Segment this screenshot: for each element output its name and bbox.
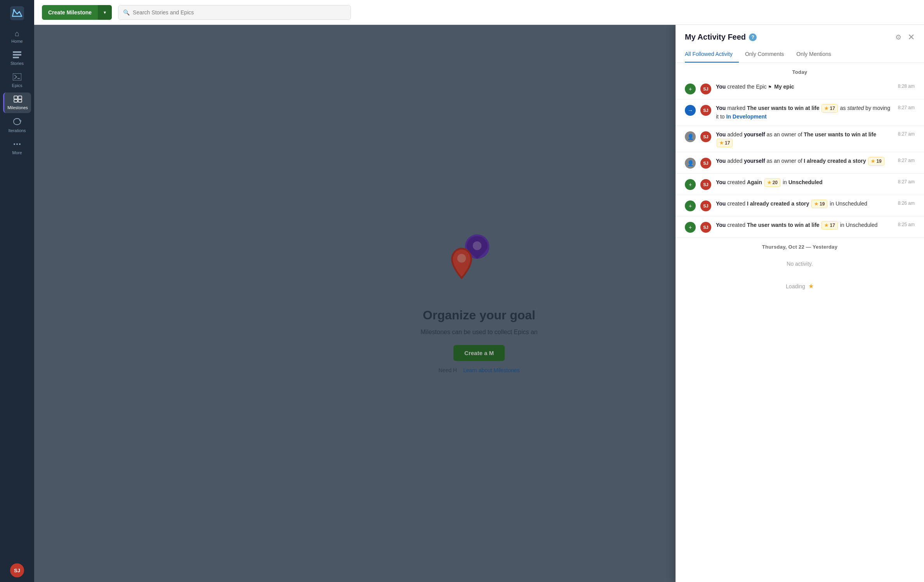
sidebar-item-label: Epics xyxy=(12,83,23,88)
sidebar-item-milestones[interactable]: Milestones xyxy=(3,92,31,113)
milestones-icon xyxy=(14,96,22,104)
story-badge: ★ 19 xyxy=(868,157,884,166)
story-badge: ★ 20 xyxy=(764,178,780,187)
activity-location: Unscheduled xyxy=(835,200,867,207)
activity-content: You added yourself as an owner of The us… xyxy=(716,131,893,147)
activity-content: You created the Epic ⚑ My epic xyxy=(716,83,893,91)
create-milestone-dropdown[interactable]: ▾ xyxy=(98,5,112,20)
tab-only-mentions[interactable]: Only Mentions xyxy=(790,48,837,63)
tab-only-comments[interactable]: Only Comments xyxy=(739,48,790,63)
loading-label: Loading xyxy=(786,283,805,289)
activity-you: You xyxy=(716,131,726,138)
activity-time: 8:27 am xyxy=(898,131,915,137)
activity-time: 8:27 am xyxy=(898,105,915,110)
gear-icon[interactable]: ⚙ xyxy=(895,33,901,42)
arrow-icon: → xyxy=(685,105,696,116)
sidebar-item-label: Milestones xyxy=(7,105,28,110)
activity-content: You added yourself as an owner of I alre… xyxy=(716,157,893,166)
svg-rect-8 xyxy=(18,96,22,99)
yesterday-header: Thursday, Oct 22 — Yesterday xyxy=(676,238,924,253)
activity-you: You xyxy=(716,158,726,164)
activity-content: You created I already created a story ★ … xyxy=(716,200,893,208)
avatar: SJ xyxy=(700,105,711,116)
activity-item: → SJ You marked The user wants to win at… xyxy=(676,99,924,126)
help-icon[interactable]: ? xyxy=(749,33,757,41)
activity-you: You xyxy=(716,200,726,207)
sidebar-item-more[interactable]: More xyxy=(3,138,31,158)
today-header: Today xyxy=(676,63,924,78)
activity-location: Unscheduled xyxy=(846,222,878,228)
activity-subject: Again xyxy=(747,179,762,185)
activity-subject: I already created a story xyxy=(804,158,866,164)
activity-yourself: yourself xyxy=(744,158,765,164)
no-activity-text: No activity. xyxy=(676,253,924,275)
main-area: Create Milestone ▾ 🔍 xyxy=(34,0,924,582)
svg-point-13 xyxy=(19,143,21,145)
chevron-down-icon: ▾ xyxy=(104,10,106,15)
epics-icon xyxy=(13,73,21,82)
avatar: SJ xyxy=(700,84,711,94)
story-badge: ★ 17 xyxy=(822,104,837,113)
sidebar-item-home[interactable]: ⌂ Home xyxy=(3,26,31,47)
search-icon: 🔍 xyxy=(123,9,130,16)
sidebar-item-label: More xyxy=(12,150,22,155)
add-icon: + xyxy=(685,222,696,233)
activity-text: created xyxy=(727,222,747,228)
content-area: Organize your goal Milestones can be use… xyxy=(34,25,924,582)
search-input[interactable] xyxy=(133,9,346,16)
activity-you: You xyxy=(716,105,726,111)
activity-time: 8:27 am xyxy=(898,158,915,163)
activity-you: You xyxy=(716,179,726,185)
activity-text: in xyxy=(830,200,835,207)
app-logo[interactable] xyxy=(9,5,26,22)
activity-item: + SJ You created Again ★ 20 in Unschedul… xyxy=(676,174,924,195)
svg-rect-4 xyxy=(13,57,19,58)
sidebar-item-iterations[interactable]: Iterations xyxy=(3,115,31,136)
svg-point-11 xyxy=(16,143,18,145)
avatar: SJ xyxy=(700,179,711,190)
activity-text: created xyxy=(727,200,747,207)
activity-panel: My Activity Feed ? ⚙ ✕ All Followed Acti… xyxy=(676,25,924,582)
activity-yourself: yourself xyxy=(744,131,765,138)
activity-text: as an owner of xyxy=(766,131,804,138)
activity-list: Today + SJ You created the Epic ⚑ My epi… xyxy=(676,63,924,582)
person-icon: 👤 xyxy=(685,131,696,142)
activity-time: 8:27 am xyxy=(898,179,915,185)
activity-item: + SJ You created the Epic ⚑ My epic 8:28… xyxy=(676,78,924,99)
activity-item: + SJ You created I already created a sto… xyxy=(676,195,924,216)
create-milestone-btn[interactable]: Create Milestone ▾ xyxy=(42,5,112,20)
activity-text: added xyxy=(727,131,744,138)
story-badge: ★ 17 xyxy=(717,139,733,147)
activity-text: as an owner of xyxy=(766,158,804,164)
tab-all-followed[interactable]: All Followed Activity xyxy=(685,48,739,63)
sidebar-item-label: Iterations xyxy=(8,128,26,133)
sidebar-item-stories[interactable]: Stories xyxy=(3,48,31,69)
person-icon: 👤 xyxy=(685,158,696,169)
add-icon: + xyxy=(685,200,696,211)
user-avatar[interactable]: SJ xyxy=(10,563,24,577)
activity-content: You created The user wants to win at lif… xyxy=(716,221,893,230)
sidebar-item-label: Home xyxy=(11,39,23,44)
avatar: SJ xyxy=(700,131,711,142)
loading-row: Loading ★ xyxy=(676,275,924,298)
more-icon xyxy=(13,141,21,149)
svg-rect-9 xyxy=(14,99,17,102)
activity-subject: The user wants to win at life xyxy=(747,105,820,111)
activity-item: 👤 SJ You added yourself as an owner of T… xyxy=(676,126,924,152)
activity-subject: My epic xyxy=(774,84,794,90)
sidebar-item-epics[interactable]: Epics xyxy=(3,70,31,91)
activity-subject: The user wants to win at life xyxy=(747,222,820,228)
sidebar: ⌂ Home Stories Epics xyxy=(0,0,34,582)
activity-time: 8:26 am xyxy=(898,200,915,206)
epic-icon: ⚑ xyxy=(768,85,772,89)
top-bar: Create Milestone ▾ 🔍 xyxy=(34,0,924,25)
stories-icon xyxy=(13,51,21,59)
close-icon[interactable]: ✕ xyxy=(908,33,915,42)
panel-title-row: My Activity Feed ? ⚙ ✕ xyxy=(685,33,915,42)
activity-you: You xyxy=(716,222,726,228)
create-milestone-main[interactable]: Create Milestone xyxy=(42,5,98,20)
add-icon: + xyxy=(685,84,696,94)
activity-you: You xyxy=(716,84,726,90)
avatar: SJ xyxy=(700,222,711,233)
activity-subject: The user wants to win at life xyxy=(804,131,876,138)
